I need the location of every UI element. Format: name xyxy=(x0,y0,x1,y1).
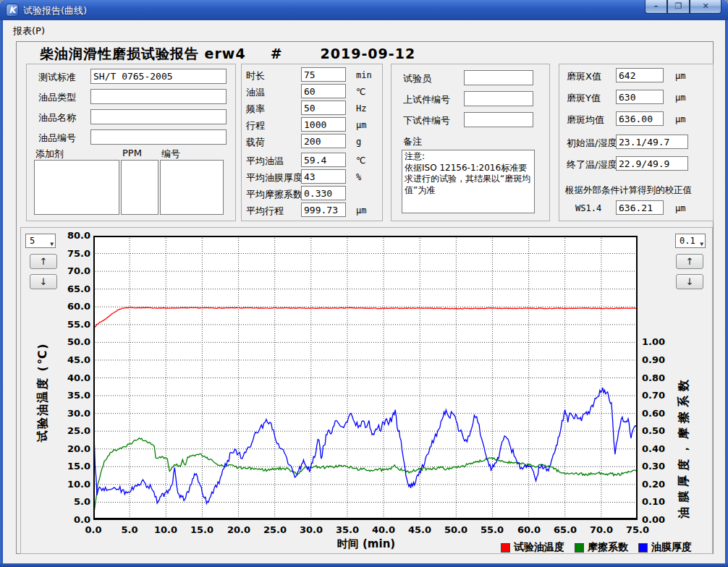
result-input[interactable] xyxy=(616,135,688,149)
y-left-tick-label: 0.0 xyxy=(63,514,90,525)
upper-specimen-input[interactable] xyxy=(464,91,533,106)
y-left-tick-label: 30.0 xyxy=(63,408,90,419)
param-unit: Hz xyxy=(356,103,366,114)
chart-svg xyxy=(93,236,638,520)
y-right-tick-label: 0.10 xyxy=(642,496,671,507)
test-standard-input[interactable] xyxy=(90,69,227,84)
x-tick-label: 55.0 xyxy=(476,524,508,535)
legend-item: 油膜厚度 xyxy=(638,541,692,554)
params-groupbox: 时长 min油温 ℃频率 Hz行程 µm载荷 g平均油温 ℃平均油膜厚度 %平均… xyxy=(241,64,383,221)
param-input[interactable] xyxy=(301,202,346,217)
ws-value-input[interactable] xyxy=(616,200,664,215)
param-input[interactable] xyxy=(301,153,346,167)
y-right-tick-label: 0.50 xyxy=(642,425,671,436)
y-left-axis-title: 试验油温度 (℃) xyxy=(35,342,51,442)
right-scale-down-button[interactable]: ↓ xyxy=(676,274,703,289)
param-input[interactable] xyxy=(301,84,346,98)
x-tick-label: 25.0 xyxy=(259,524,291,535)
param-input[interactable] xyxy=(301,186,346,200)
x-tick-label: 15.0 xyxy=(186,524,218,535)
result-unit: µm xyxy=(675,93,685,103)
ppm-label: PPM xyxy=(122,148,142,158)
y-left-tick-label: 60.0 xyxy=(63,301,90,312)
menu-report[interactable]: 报表(P) xyxy=(7,22,51,40)
ppm-list[interactable] xyxy=(121,160,158,215)
param-input[interactable] xyxy=(301,117,346,132)
result-unit: µm xyxy=(675,114,685,124)
x-tick-label: 60.0 xyxy=(513,524,545,535)
result-input[interactable] xyxy=(616,90,664,104)
right-scale-dropdown[interactable]: 0.1 ▼ xyxy=(675,234,706,248)
tester-input[interactable] xyxy=(464,70,533,85)
window-border-left xyxy=(0,20,3,563)
param-input[interactable] xyxy=(301,169,346,184)
chart-legend: 试验油温度 摩擦系数 油膜厚度 xyxy=(501,541,692,554)
results-groupbox: 根据外部条件计算得到的校正值 WS1.4 µm 磨斑X值 µm磨斑Y值 µm磨斑… xyxy=(559,64,714,221)
field-label: 油品类型 xyxy=(38,91,76,104)
param-label: 时长 xyxy=(246,69,265,82)
result-label: 初始温/湿度 xyxy=(567,137,617,150)
x-axis-title: 时间 (min) xyxy=(308,537,424,551)
chart-panel: 5 ▼ ↑ ↓ 0.1 ▼ ↑ ↓ 试验油温度 (℃) 油膜厚度，摩擦系数 时间… xyxy=(20,227,713,554)
x-tick-label: 20.0 xyxy=(223,524,255,535)
report-title-text: 柴油润滑性磨损试验报告 erw4 xyxy=(40,46,246,61)
param-label: 平均油膜厚度 xyxy=(246,171,302,184)
left-scale-down-button[interactable]: ↓ xyxy=(30,274,57,289)
right-scale-up-button[interactable]: ↑ xyxy=(676,254,703,269)
oil-no-input[interactable] xyxy=(90,129,227,145)
result-input[interactable] xyxy=(616,68,664,82)
x-tick-label: 45.0 xyxy=(404,524,436,535)
param-label: 频率 xyxy=(246,103,265,116)
correction-label: 根据外部条件计算得到的校正值 xyxy=(565,184,692,197)
additive-list[interactable] xyxy=(34,160,119,215)
legend-item: 试验油温度 xyxy=(501,541,564,554)
minimize-button[interactable]: – xyxy=(645,0,667,14)
lower-specimen-input[interactable] xyxy=(464,112,533,127)
param-label: 油温 xyxy=(246,86,265,99)
y-left-tick-label: 10.0 xyxy=(63,479,90,490)
result-label: 磨斑X值 xyxy=(567,70,601,83)
result-input[interactable] xyxy=(616,111,664,126)
param-input[interactable] xyxy=(301,134,346,148)
y-left-tick-label: 25.0 xyxy=(63,425,90,436)
y-left-tick-label: 35.0 xyxy=(63,390,90,401)
y-left-tick-label: 70.0 xyxy=(63,265,90,276)
window-border-bottom xyxy=(0,563,728,567)
param-label: 行程 xyxy=(246,119,265,132)
chart-plot xyxy=(93,236,638,520)
maximize-button[interactable]: ❐ xyxy=(667,0,690,14)
legend-swatch-icon xyxy=(501,543,510,553)
y-right-tick-label: 0.90 xyxy=(642,354,671,365)
report-title-hash: # xyxy=(271,46,283,61)
x-tick-label: 50.0 xyxy=(440,524,472,535)
y-right-tick-label: 0.60 xyxy=(642,408,671,419)
result-unit: µm xyxy=(675,71,685,81)
result-input[interactable] xyxy=(616,156,688,171)
y-right-axis-title: 油膜厚度，摩擦系数 xyxy=(677,375,692,519)
window-title: 试验报告(曲线) xyxy=(23,4,87,17)
app-window: K 试验报告(曲线) – ❐ ✕ 报表(P) 柴油润滑性磨损试验报告 erw4#… xyxy=(0,0,728,567)
menu-bar: 报表(P) xyxy=(3,20,725,40)
no-list[interactable] xyxy=(160,160,224,215)
x-tick-label: 30.0 xyxy=(295,524,327,535)
oil-type-input[interactable] xyxy=(90,89,227,104)
x-tick-label: 40.0 xyxy=(368,524,399,535)
left-scale-dropdown[interactable]: 5 ▼ xyxy=(25,234,56,248)
close-button[interactable]: ✕ xyxy=(690,0,721,14)
y-right-tick-label: 0.80 xyxy=(642,372,671,383)
y-left-tick-label: 55.0 xyxy=(63,319,90,330)
left-scale-up-button[interactable]: ↑ xyxy=(30,254,57,269)
title-bar[interactable]: K 试验报告(曲线) – ❐ ✕ xyxy=(0,0,728,20)
right-scale-value: 0.1 xyxy=(680,236,695,246)
legend-label: 试验油温度 xyxy=(514,541,564,554)
y-left-tick-label: 80.0 xyxy=(63,230,90,241)
legend-swatch-icon xyxy=(575,543,584,553)
param-input[interactable] xyxy=(301,101,346,115)
sample-groupbox: 测试标准 油品类型 油品名称 油品编号 添加剂 PPM 编号 xyxy=(26,64,236,221)
param-input[interactable] xyxy=(301,67,346,82)
oil-name-input[interactable] xyxy=(90,109,227,124)
remark-textarea[interactable]: 注意: 依据ISO 12156-1:2016标准要求进行的试验，其结果以“磨斑均… xyxy=(402,150,535,213)
field-label: 上试件编号 xyxy=(403,93,450,106)
result-label: 磨斑均值 xyxy=(567,114,604,127)
y-left-tick-label: 45.0 xyxy=(63,354,90,365)
